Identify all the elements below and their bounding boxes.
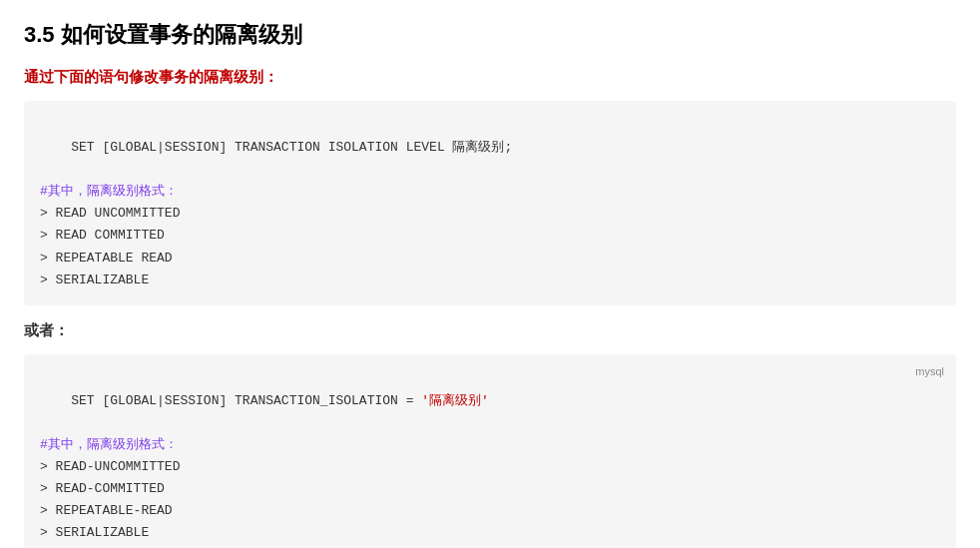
or-label: 或者： bbox=[24, 321, 956, 340]
code-line-1-4: > READ COMMITTED bbox=[40, 225, 940, 247]
intro-text: 通过下面的语句修改事务的隔离级别： bbox=[24, 68, 956, 87]
code-line-1-3: > READ UNCOMMITTED bbox=[40, 203, 940, 225]
code-line-2-1: SET [GLOBAL|SESSION] TRANSACTION_ISOLATI… bbox=[40, 368, 940, 434]
code-line-2-6: > SERIALIZABLE bbox=[40, 522, 940, 544]
code-line-1-1: SET [GLOBAL|SESSION] TRANSACTION ISOLATI… bbox=[40, 115, 940, 181]
lang-label-2: mysql bbox=[915, 362, 944, 381]
code-line-1-5: > REPEATABLE READ bbox=[40, 248, 940, 270]
code-line-1-6: > SERIALIZABLE bbox=[40, 270, 940, 291]
code-line-2-5: > REPEATABLE-READ bbox=[40, 500, 940, 522]
page-title: 3.5 如何设置事务的隔离级别 bbox=[24, 20, 956, 50]
code-block-1: SET [GLOBAL|SESSION] TRANSACTION ISOLATI… bbox=[24, 101, 956, 305]
code-line-2-4: > READ-COMMITTED bbox=[40, 478, 940, 500]
code-line-2-3: > READ-UNCOMMITTED bbox=[40, 456, 940, 478]
code-line-2-2: #其中，隔离级别格式： bbox=[40, 434, 940, 456]
code-block-2: mysql SET [GLOBAL|SESSION] TRANSACTION_I… bbox=[24, 354, 956, 548]
code-line-1-2: #其中，隔离级别格式： bbox=[40, 181, 940, 203]
